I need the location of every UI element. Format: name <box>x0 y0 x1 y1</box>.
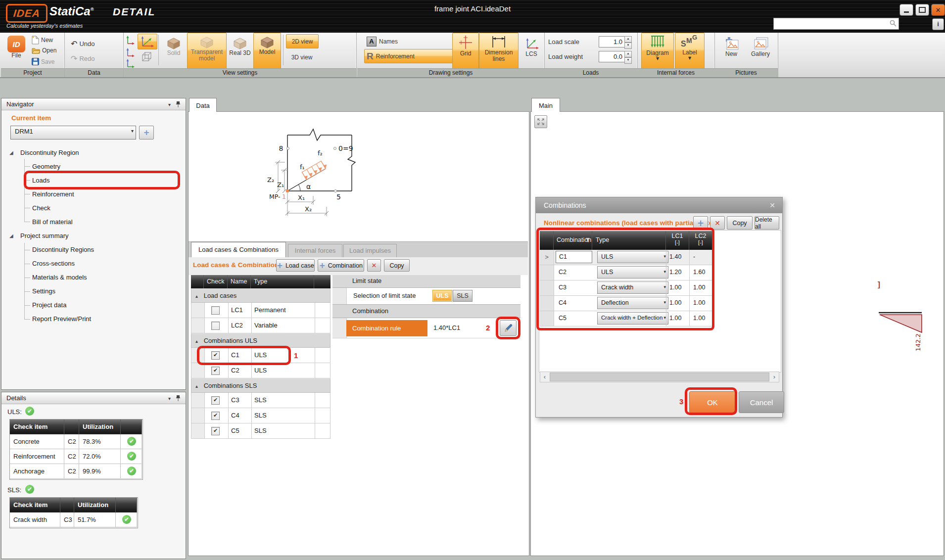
spin-down-icon[interactable]: ▼ <box>624 57 632 64</box>
real-3d-button[interactable]: Real 3D <box>227 34 253 68</box>
lc2-factor[interactable]: 1.00 <box>693 284 705 291</box>
c2-checkbox[interactable]: ✔ <box>211 367 220 375</box>
expander-icon[interactable]: ◢ <box>9 229 13 243</box>
names-toggle-button[interactable]: A Names <box>364 35 426 48</box>
tab-load-cases-combinations[interactable]: Load cases & Combinations <box>191 242 286 257</box>
lc1-factor[interactable]: 1.40 <box>669 253 681 260</box>
dropdown-icon[interactable]: ▼ <box>656 56 659 61</box>
type-dropdown[interactable]: ULS▾ <box>597 266 668 279</box>
combination-name[interactable]: C4 <box>559 299 567 306</box>
lc2-factor[interactable]: 1.00 <box>693 315 705 322</box>
lc1-checkbox[interactable] <box>211 306 220 315</box>
pin-icon[interactable] <box>176 101 181 108</box>
row-selector[interactable] <box>191 348 205 363</box>
lcs-toggle-button[interactable]: LCS <box>519 34 544 68</box>
sidebar-item-check[interactable]: Check <box>32 201 50 215</box>
grid-toggle-button[interactable]: Grid <box>452 33 479 69</box>
load-weight-input[interactable]: 0.0 <box>599 51 625 62</box>
sidebar-item-discontinuity-regions[interactable]: Discontinuity Regions <box>32 243 94 257</box>
dialog-close-icon[interactable]: ✕ <box>769 197 775 213</box>
tab-internal-forces[interactable]: Internal forces <box>288 244 342 257</box>
c4-checkbox[interactable]: ✔ <box>211 412 220 420</box>
redo-button[interactable]: ↷ Redo <box>71 54 94 63</box>
combination-row-c1[interactable]: > C1 ULS▾ 1.40 - <box>540 250 712 265</box>
undo-button[interactable]: ↶ Undo <box>71 39 94 48</box>
sidebar-item-project-data[interactable]: Project data <box>32 298 66 312</box>
scroll-left-icon[interactable]: ‹ <box>540 372 549 382</box>
group-row-combinations-sls[interactable]: ▴ Combinations SLS <box>191 378 331 393</box>
edit-combination-rule-button[interactable] <box>500 320 517 336</box>
type-dropdown[interactable]: Crack width + Deflection▾ <box>597 312 668 325</box>
group-row-load-cases[interactable]: ▴ Load cases <box>191 288 331 303</box>
transparent-model-button[interactable]: Transparent model <box>187 33 227 69</box>
c5-checkbox[interactable]: ✔ <box>211 427 220 435</box>
row-selector[interactable] <box>191 363 205 378</box>
delete-all-button[interactable]: Delete all <box>755 216 779 230</box>
row-selector[interactable] <box>191 408 205 423</box>
combination-row-c2[interactable]: C2 ULS▾ 1.20 1.60 <box>540 265 712 280</box>
load-case-row-lc1[interactable]: LC1 Permanent <box>191 303 331 318</box>
pin-icon[interactable] <box>176 395 181 402</box>
maximize-button[interactable] <box>915 4 929 16</box>
tree-section-discontinuity-region[interactable]: ◢ Discontinuity Region <box>1 146 186 160</box>
load-weight-stepper[interactable]: ▲ ▼ <box>624 51 632 64</box>
sidebar-item-reinforcement[interactable]: Reinforcement <box>32 187 74 201</box>
group-row-combinations-uls[interactable]: ▴ Combinations ULS <box>191 333 331 348</box>
combination-row-c5[interactable]: C5 Crack width + Deflection▾ 1.00 1.00 <box>540 311 712 327</box>
tab-data[interactable]: Data <box>189 98 217 112</box>
combination-name[interactable]: C2 <box>559 269 567 276</box>
spin-up-icon[interactable]: ▲ <box>624 51 632 57</box>
view-axis-current-button[interactable] <box>138 34 157 49</box>
spin-up-icon[interactable]: ▲ <box>624 36 632 43</box>
sidebar-item-bill-of-material[interactable]: Bill of material <box>32 215 73 229</box>
lc2-factor[interactable]: - <box>693 253 695 260</box>
current-item-dropdown[interactable]: DRM1 ▾ <box>10 126 136 140</box>
combination-name-input[interactable]: C1 <box>556 251 592 263</box>
delete-button[interactable]: ✕ <box>367 259 381 272</box>
2d-view-button[interactable]: 2D view <box>286 34 319 48</box>
tab-load-impulses[interactable]: Load impulses <box>343 244 397 257</box>
new-project-button[interactable]: New <box>32 36 53 45</box>
scrollbar-thumb[interactable] <box>550 373 769 381</box>
add-load-case-button[interactable]: +Load case <box>276 259 315 272</box>
lc1-factor[interactable]: 1.00 <box>669 315 681 322</box>
horizontal-scrollbar[interactable]: ‹ › <box>540 372 779 382</box>
model-view-button[interactable]: Model <box>253 33 281 69</box>
row-selector[interactable] <box>191 318 205 333</box>
copy-button[interactable]: Copy <box>384 259 410 272</box>
add-combination-button[interactable]: + <box>693 216 708 230</box>
combination-row-c2[interactable]: ✔ C2 ULS <box>191 363 331 378</box>
combination-row-c4[interactable]: ✔ C4 SLS <box>191 408 331 423</box>
dimension-lines-toggle-button[interactable]: Dimension lines <box>479 33 519 69</box>
lc1-factor[interactable]: 1.20 <box>669 269 681 276</box>
combination-name[interactable]: C5 <box>559 315 567 322</box>
tree-section-project-summary[interactable]: ◢ Project summary <box>1 229 186 243</box>
save-project-button[interactable]: Save <box>32 58 54 65</box>
3d-view-button[interactable]: 3D view <box>286 50 318 64</box>
solid-view-button[interactable]: Solid <box>160 34 187 68</box>
add-combination-button[interactable]: +Combination <box>318 259 364 272</box>
type-dropdown[interactable]: Deflection▾ <box>597 297 668 309</box>
collapse-panel-icon[interactable]: ▾ <box>168 102 171 107</box>
collapse-panel-icon[interactable]: ▾ <box>168 396 171 401</box>
lc2-factor[interactable]: 1.60 <box>693 269 705 276</box>
new-picture-button[interactable]: New <box>717 35 745 67</box>
lc2-checkbox[interactable] <box>211 322 220 330</box>
dropdown-icon[interactable]: ▼ <box>688 56 691 60</box>
delete-combination-button[interactable]: ✕ <box>710 216 725 230</box>
lc1-factor[interactable]: 1.00 <box>669 284 681 291</box>
combination-row-c5[interactable]: ✔ C5 SLS <box>191 423 331 439</box>
cancel-button[interactable]: Cancel <box>739 391 784 413</box>
reinforcement-toggle-button[interactable]: R Reinforcement <box>364 49 453 63</box>
type-dropdown[interactable]: Crack width▾ <box>597 281 668 294</box>
combination-name[interactable]: C3 <box>559 284 567 291</box>
filter-icon[interactable] <box>585 237 590 243</box>
load-case-row-lc2[interactable]: LC2 Variable <box>191 318 331 333</box>
uls-toggle-button[interactable]: ULS <box>432 290 452 302</box>
copy-combination-button[interactable]: Copy <box>727 216 753 230</box>
view-axis-xy-icon[interactable] <box>125 35 136 46</box>
sidebar-item-geometry[interactable]: Geometry <box>32 160 60 174</box>
lc2-factor[interactable]: 1.00 <box>693 299 705 306</box>
combination-row-c4[interactable]: C4 Deflection▾ 1.00 1.00 <box>540 296 712 311</box>
close-button[interactable]: ✕ <box>931 4 945 16</box>
